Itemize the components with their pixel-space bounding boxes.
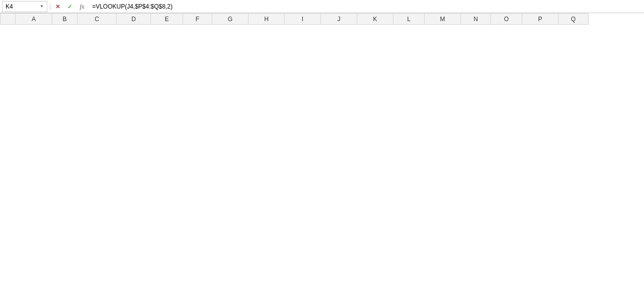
column-header[interactable]: H <box>249 14 285 25</box>
column-header[interactable]: M <box>425 14 461 25</box>
column-header[interactable]: B <box>52 14 77 25</box>
column-header[interactable]: I <box>285 14 321 25</box>
fx-icon: fx <box>79 3 84 11</box>
column-header[interactable]: C <box>77 14 117 25</box>
column-header[interactable]: P <box>522 14 558 25</box>
accept-formula-button[interactable]: ✓ <box>65 2 75 12</box>
column-header[interactable]: A <box>16 14 52 25</box>
column-header[interactable]: D <box>117 14 151 25</box>
divider: | <box>49 3 51 10</box>
cancel-formula-button[interactable]: ✕ <box>53 2 63 12</box>
select-all-corner[interactable] <box>1 14 16 25</box>
cell-reference: K4 <box>6 3 13 10</box>
chevron-down-icon[interactable]: ▼ <box>40 4 44 9</box>
name-box[interactable]: K4 ▼ <box>2 1 47 12</box>
column-header[interactable]: J <box>321 14 357 25</box>
column-header[interactable]: E <box>151 14 183 25</box>
column-header[interactable]: F <box>183 14 212 25</box>
column-header[interactable]: N <box>461 14 491 25</box>
fx-button[interactable]: fx <box>77 2 87 12</box>
column-header[interactable]: K <box>357 14 393 25</box>
spreadsheet-grid[interactable]: ABCDEFGHIJKLMNOPQ + <box>0 13 644 25</box>
formula-input[interactable] <box>89 1 642 12</box>
formula-bar: K4 ▼ | ✕ ✓ fx <box>0 0 644 13</box>
column-header[interactable]: G <box>212 14 249 25</box>
column-header[interactable]: L <box>393 14 425 25</box>
column-header[interactable]: O <box>491 14 522 25</box>
column-header[interactable]: Q <box>558 14 589 25</box>
